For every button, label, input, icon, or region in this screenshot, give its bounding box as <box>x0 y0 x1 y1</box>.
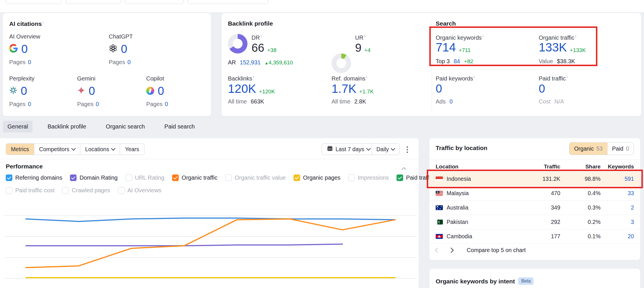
copilot-count: 0 <box>158 85 164 97</box>
copilot-icon <box>146 87 154 95</box>
cropped-input-box[interactable] <box>66 0 121 4</box>
ai-citation-item: Gemini 0 Pages0 <box>77 75 143 107</box>
checkbox-icon[interactable] <box>225 174 232 181</box>
checkbox-icon[interactable] <box>348 174 355 181</box>
table-row-australia[interactable]: Australia 349 0.3% 2 <box>429 200 640 215</box>
ai-overview-count: 0 <box>21 43 28 55</box>
location-table-header: Location Traffic Share Keywords <box>429 162 640 172</box>
backlinks-alltime: All time 663K <box>228 98 264 105</box>
date-range-button[interactable]: Last 7 days <box>322 143 375 155</box>
tab-paid-search[interactable]: Paid search <box>160 121 199 133</box>
metric-checkbox-crawled-pages[interactable]: Crawled pages <box>62 187 110 194</box>
calendar-icon <box>327 145 333 153</box>
paid-toggle-button[interactable]: Paid 0 <box>607 142 634 155</box>
metric-checkbox-organic-traffic-value[interactable]: Organic traffic value <box>225 174 286 181</box>
checkbox-icon[interactable] <box>6 187 12 194</box>
table-row-cambodia[interactable]: Cambodia 177 0.1% 20 <box>429 229 640 244</box>
info-icon[interactable]: i <box>366 75 367 79</box>
pages-count-link[interactable]: 0 <box>127 59 131 65</box>
keywords-count-link[interactable]: 3 <box>601 219 634 225</box>
years-button[interactable]: Years <box>120 143 144 155</box>
keywords-count-link[interactable]: 591 <box>601 176 634 182</box>
tab-general[interactable]: General <box>3 121 33 133</box>
info-icon[interactable]: i <box>261 34 262 38</box>
checkbox-icon[interactable] <box>397 174 403 181</box>
metric-checkbox-ai-overviews[interactable]: AI Overviews <box>118 187 161 194</box>
info-icon[interactable]: i <box>575 34 576 38</box>
compare-top5-link[interactable]: Compare top 5 on chart <box>467 247 526 254</box>
collapse-section-icon[interactable] <box>402 167 406 172</box>
organic-traffic-value: 133K +133K <box>539 41 586 53</box>
checkbox-icon[interactable] <box>172 174 179 181</box>
malaysia-flag-icon <box>436 191 443 196</box>
ai-citations-card: AI citationsi AI Overview 0 Pages0 ChatG… <box>3 13 211 116</box>
checkbox-icon[interactable] <box>6 174 12 181</box>
ur-value: 9 +4 <box>355 42 371 53</box>
cropped-input-box[interactable] <box>188 0 268 4</box>
competitors-button[interactable]: Competitors <box>34 143 80 155</box>
ai-citation-item: AI Overview 0 Pages0 <box>9 33 75 66</box>
backlinks-count-link[interactable]: 120K <box>228 83 256 95</box>
cropped-input-box[interactable] <box>125 0 184 4</box>
tab-organic-search[interactable]: Organic search <box>101 121 150 133</box>
indonesia-flag-icon <box>436 176 443 181</box>
organic-traffic-label: Organic traffici <box>539 34 576 41</box>
checkbox-icon[interactable] <box>125 174 132 181</box>
metric-checkbox-domain-rating[interactable]: Domain Rating <box>70 174 117 181</box>
info-icon[interactable]: i <box>474 75 475 79</box>
organic-toggle-button[interactable]: Organic 53 <box>569 142 607 155</box>
metric-checkbox-paid-traffic-cost[interactable]: Paid traffic cost <box>6 187 54 194</box>
table-row-indonesia[interactable]: Indonesia 131.2K 98.8% 591 <box>429 172 640 186</box>
pages-count-link[interactable]: 0 <box>165 101 168 107</box>
paid-keywords-value: 0 <box>436 83 442 94</box>
cropped-input-box[interactable] <box>6 0 62 4</box>
pages-count-link[interactable]: 0 <box>28 59 31 65</box>
backlinks-label: Backlinksi <box>228 75 254 82</box>
paid-traffic-label: Paid traffici <box>539 75 567 82</box>
ads-count-link[interactable]: 0 <box>449 98 453 105</box>
metric-checkbox-impressions[interactable]: Impressions <box>348 174 389 181</box>
info-icon[interactable]: i <box>253 75 254 79</box>
divider <box>0 159 419 159</box>
locations-button[interactable]: Locations <box>80 143 120 155</box>
metric-checkbox-paid-traffic[interactable]: Paid traffic <box>397 174 433 181</box>
dr-label: DRi <box>251 34 262 41</box>
metric-checkbox-referring-domains[interactable]: Referring domains <box>6 174 62 181</box>
ref-domains-value: 1.7K +1.7K <box>331 83 374 95</box>
metric-checkbox-organic-pages[interactable]: Organic pages <box>294 174 340 181</box>
more-options-button[interactable] <box>404 144 410 155</box>
info-icon[interactable]: i <box>483 34 483 38</box>
traffic-by-location-title: Traffic by location <box>436 145 487 151</box>
table-row-malaysia[interactable]: Malaysia 470 0.4% 33 <box>429 186 640 200</box>
organic-keywords-label: Organic keywordsi <box>436 34 483 41</box>
keywords-count-link[interactable]: 20 <box>601 233 634 240</box>
ref-domains-count-link[interactable]: 1.7K <box>331 83 356 95</box>
keywords-count-link[interactable]: 33 <box>601 190 634 197</box>
metrics-button[interactable]: Metrics <box>6 143 34 155</box>
checkbox-icon[interactable] <box>70 174 77 181</box>
google-icon <box>9 44 18 54</box>
ar-value-link[interactable]: 152,931 <box>240 59 260 66</box>
table-row-pakistan[interactable]: Pakistan 292 0.2% 3 <box>429 215 640 229</box>
location-pager: Compare top 5 on chart <box>436 243 526 257</box>
top3-count-link[interactable]: 84 <box>454 58 460 64</box>
granularity-button[interactable]: Daily <box>371 143 400 155</box>
keywords-count-link[interactable]: 2 <box>601 204 634 211</box>
australia-flag-icon <box>436 205 443 210</box>
prev-page-icon[interactable] <box>435 247 440 253</box>
checkbox-icon[interactable] <box>62 187 69 194</box>
info-icon[interactable]: i <box>43 20 43 24</box>
organic-traffic-count-link[interactable]: 133K <box>539 41 567 53</box>
info-icon[interactable]: i <box>364 34 365 38</box>
metric-checkbox-organic-traffic[interactable]: Organic traffic <box>172 174 217 181</box>
tab-backlink-profile[interactable]: Backlink profile <box>43 121 91 133</box>
checkbox-icon[interactable] <box>294 174 300 181</box>
info-icon[interactable]: i <box>567 75 567 79</box>
checkbox-icon[interactable] <box>118 187 125 194</box>
organic-keywords-count-link[interactable]: 714 <box>436 41 456 53</box>
metric-checkbox-url-rating[interactable]: URL Rating <box>125 174 165 181</box>
pages-count-link[interactable]: 0 <box>96 101 99 107</box>
paid-keywords-count-link[interactable]: 0 <box>436 82 442 95</box>
pages-count-link[interactable]: 0 <box>28 101 31 107</box>
next-page-icon[interactable] <box>448 247 454 253</box>
